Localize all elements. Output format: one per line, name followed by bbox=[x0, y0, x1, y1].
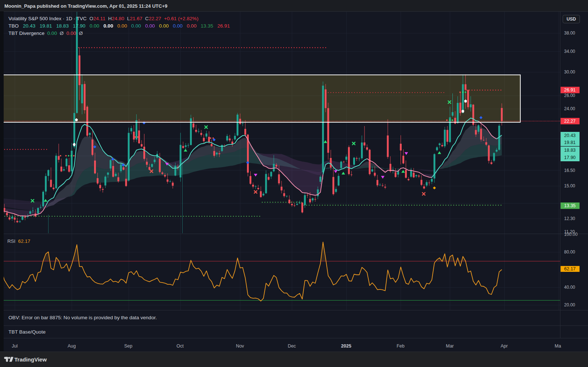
svg-text:38.00: 38.00 bbox=[564, 30, 575, 36]
svg-text:Dec: Dec bbox=[288, 343, 296, 349]
svg-text:20.00: 20.00 bbox=[564, 302, 575, 307]
svg-text:13.35: 13.35 bbox=[564, 203, 576, 208]
svg-text:Jul: Jul bbox=[12, 343, 18, 349]
svg-text:15.00: 15.00 bbox=[564, 183, 575, 188]
svg-text:20.43: 20.43 bbox=[564, 133, 576, 138]
svg-text:40.00: 40.00 bbox=[564, 285, 575, 290]
svg-text:26.00: 26.00 bbox=[564, 93, 575, 98]
svg-text:100.00: 100.00 bbox=[564, 232, 578, 237]
svg-text:80.00: 80.00 bbox=[564, 249, 575, 255]
svg-text:Sep: Sep bbox=[124, 343, 132, 349]
svg-text:30.00: 30.00 bbox=[564, 69, 575, 75]
svg-text:Aug: Aug bbox=[68, 343, 76, 349]
svg-text:Mar: Mar bbox=[446, 343, 454, 349]
svg-text:Feb: Feb bbox=[397, 343, 405, 349]
svg-text:17.90: 17.90 bbox=[564, 155, 576, 160]
svg-text:34.00: 34.00 bbox=[564, 49, 575, 54]
svg-text:22.27: 22.27 bbox=[564, 119, 576, 124]
svg-text:12.30: 12.30 bbox=[564, 216, 575, 221]
svg-text:19.81: 19.81 bbox=[564, 140, 576, 145]
svg-text:26.91: 26.91 bbox=[564, 87, 576, 93]
svg-text:18.83: 18.83 bbox=[564, 148, 576, 153]
svg-text:24.00: 24.00 bbox=[564, 106, 575, 111]
svg-text:16.50: 16.50 bbox=[564, 168, 575, 173]
svg-text:USD: USD bbox=[567, 17, 576, 22]
svg-text:Nov: Nov bbox=[236, 343, 244, 349]
svg-text:Apr: Apr bbox=[501, 343, 508, 349]
svg-text:Oct: Oct bbox=[176, 343, 184, 349]
svg-text:2025: 2025 bbox=[341, 343, 351, 349]
svg-text:62.17: 62.17 bbox=[564, 266, 576, 271]
svg-text:Ma: Ma bbox=[555, 343, 561, 349]
